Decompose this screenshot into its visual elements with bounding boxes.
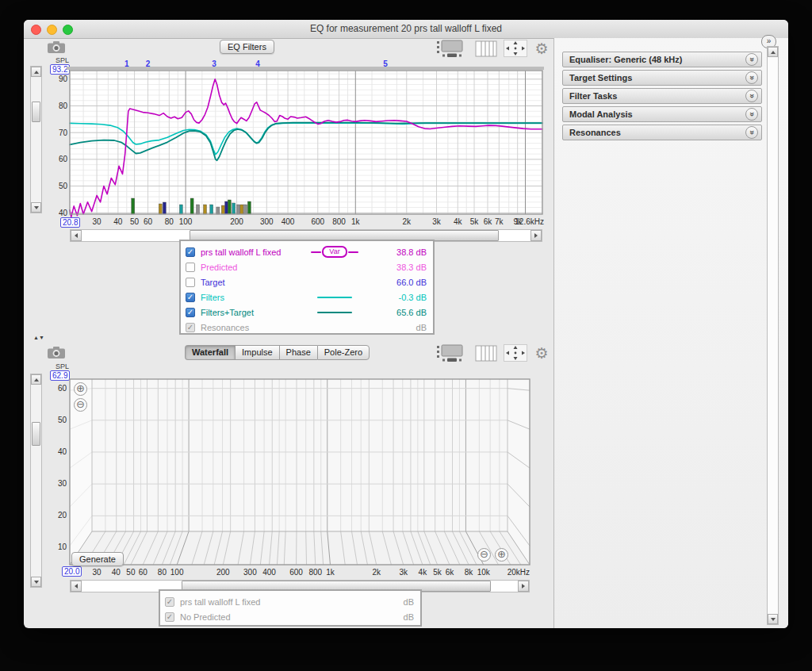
graph-type-tabs: Waterfall Impulse Phase Pole-Zero [185, 345, 370, 360]
checkbox-checked-icon[interactable]: ✓ [186, 247, 195, 257]
svg-text:60: 60 [58, 384, 67, 393]
zoom-in-button-br[interactable]: ⊕ [495, 548, 508, 562]
svg-text:1k: 1k [326, 568, 335, 577]
eq-vertical-scrollbar[interactable] [30, 66, 42, 213]
legend-label: prs tall walloff L fixed [180, 597, 365, 607]
panel-vertical-scrollbar[interactable] [767, 46, 779, 625]
section-equaliser[interactable]: Equaliser: Generic (48 kHz) » [562, 52, 762, 67]
expand-section-button[interactable]: » [745, 90, 758, 102]
scroll-up-icon[interactable] [771, 51, 776, 54]
chevron-double-down-icon: » [748, 130, 756, 135]
eq-vscroll-thumb[interactable] [32, 102, 40, 122]
graph-limits-button[interactable] [435, 39, 466, 58]
svg-text:10: 10 [58, 543, 67, 551]
frequency-columns-button[interactable] [474, 40, 498, 57]
scroll-down-icon[interactable] [771, 618, 776, 621]
svg-text:80: 80 [59, 102, 68, 110]
svg-text:800: 800 [308, 568, 322, 577]
pan-button-bottom[interactable] [503, 344, 528, 362]
svg-text:600: 600 [289, 568, 303, 577]
checkbox-checked-icon[interactable]: ✓ [186, 293, 195, 302]
tab-pole-zero[interactable]: Pole-Zero [317, 345, 370, 360]
svg-text:3: 3 [212, 59, 216, 68]
legend-label: No Predicted [180, 612, 365, 622]
expand-section-button[interactable]: » [745, 53, 758, 66]
graph-settings-button-bottom[interactable]: ⚙ [531, 343, 552, 363]
expand-section-button[interactable]: » [745, 71, 758, 84]
legend-row-filters[interactable]: ✓ Filters -0.3 dB [186, 289, 427, 305]
svg-text:3k: 3k [399, 568, 408, 577]
legend-row-no-predicted[interactable]: ✓ No Predicted dB [165, 609, 414, 624]
legend-row-filters-target[interactable]: ✓ Filters+Target 65.6 dB [186, 305, 427, 320]
scroll-up-icon[interactable] [34, 378, 39, 382]
legend-row-predicted[interactable]: Predicted 38.3 dB [186, 259, 427, 274]
svg-text:20: 20 [58, 511, 67, 520]
scroll-left-icon[interactable] [75, 584, 78, 589]
legend-row-target[interactable]: Target 66.0 dB [186, 274, 427, 289]
pane-splitter-handle[interactable]: ▲▼ [33, 335, 44, 340]
section-resonances[interactable]: Resonances » [562, 125, 762, 140]
legend-row-resonances[interactable]: ✓ Resonances dB [186, 320, 427, 335]
frequency-columns-button-bottom[interactable] [474, 344, 498, 362]
capture-camera-button-bottom[interactable] [44, 343, 68, 361]
section-target-settings[interactable]: Target Settings » [562, 70, 762, 86]
tab-phase[interactable]: Phase [279, 345, 317, 360]
section-modal-analysis[interactable]: Modal Analysis » [562, 106, 762, 122]
eq-frequency-response-chart[interactable]: 1234590807060504030405060801002003004006… [48, 59, 544, 228]
checkbox-checked-icon[interactable]: ✓ [186, 308, 195, 317]
waterfall-chart[interactable]: 6050403020103040506080100200300400600800… [48, 369, 539, 578]
chevron-double-down-icon: » [748, 112, 756, 117]
graph-limits-button-bottom[interactable] [435, 343, 466, 362]
legend-label: Predicted [201, 263, 292, 272]
title-bar[interactable]: EQ for measurement 20 prs tall walloff L… [24, 20, 788, 39]
legend-value: 38.3 dB [377, 263, 427, 272]
var-smoothing-badge[interactable]: Var [322, 246, 347, 258]
svg-text:40: 40 [59, 209, 68, 217]
checkbox-disabled-icon: ✓ [186, 323, 195, 332]
svg-text:100: 100 [170, 568, 184, 577]
expand-section-button[interactable]: » [745, 126, 758, 139]
checkbox-unchecked-icon[interactable] [186, 263, 195, 272]
zoom-out-button[interactable]: ⊖ [74, 398, 87, 412]
svg-text:30: 30 [93, 217, 102, 226]
chevron-double-down-icon: » [748, 75, 756, 80]
svg-text:50: 50 [59, 182, 68, 190]
legend-label: Filters [201, 293, 292, 302]
scroll-down-icon[interactable] [34, 581, 39, 584]
svg-text:6k: 6k [484, 217, 493, 226]
tab-waterfall[interactable]: Waterfall [185, 345, 235, 360]
zoom-out-button-br[interactable]: ⊖ [477, 548, 491, 562]
svg-text:800: 800 [332, 217, 346, 226]
pan-button[interactable] [503, 40, 528, 57]
legend-row-measurement[interactable]: ✓ prs tall walloff L fixed dB [165, 594, 414, 609]
legend-label: prs tall walloff L fixed [201, 247, 292, 257]
scroll-left-icon[interactable] [75, 233, 78, 238]
scroll-right-icon[interactable] [522, 584, 525, 589]
zoom-in-button[interactable]: ⊕ [74, 382, 87, 396]
scroll-up-icon[interactable] [34, 71, 39, 74]
svg-text:400: 400 [282, 217, 295, 226]
wf-legend: ✓ prs tall walloff L fixed dB ✓ No Predi… [159, 589, 422, 627]
tab-impulse[interactable]: Impulse [235, 345, 279, 360]
legend-value: 66.0 dB [377, 278, 427, 287]
wf-vertical-scrollbar[interactable] [30, 374, 42, 588]
svg-text:200: 200 [216, 568, 230, 577]
graph-settings-button[interactable]: ⚙ [531, 38, 552, 59]
legend-label: Resonances [201, 323, 292, 332]
svg-text:1k: 1k [351, 217, 361, 226]
svg-text:4k: 4k [419, 568, 428, 577]
svg-text:90: 90 [59, 75, 68, 83]
gear-icon: ⚙ [534, 40, 548, 58]
section-filter-tasks[interactable]: Filter Tasks » [562, 88, 762, 104]
eq-filters-button[interactable]: EQ Filters [220, 40, 274, 54]
expand-section-button[interactable]: » [745, 108, 758, 121]
checkbox-unchecked-icon[interactable] [186, 278, 195, 287]
scroll-down-icon[interactable] [34, 206, 39, 209]
legend-value: 65.6 dB [377, 308, 427, 317]
generate-button[interactable]: Generate [71, 552, 124, 566]
svg-text:70: 70 [59, 128, 68, 137]
scroll-right-icon[interactable] [534, 233, 538, 238]
legend-row-measurement[interactable]: ✓ prs tall walloff L fixed Var 38.8 dB [186, 244, 427, 259]
wf-vscroll-thumb[interactable] [32, 422, 40, 446]
capture-camera-button[interactable] [44, 38, 68, 56]
